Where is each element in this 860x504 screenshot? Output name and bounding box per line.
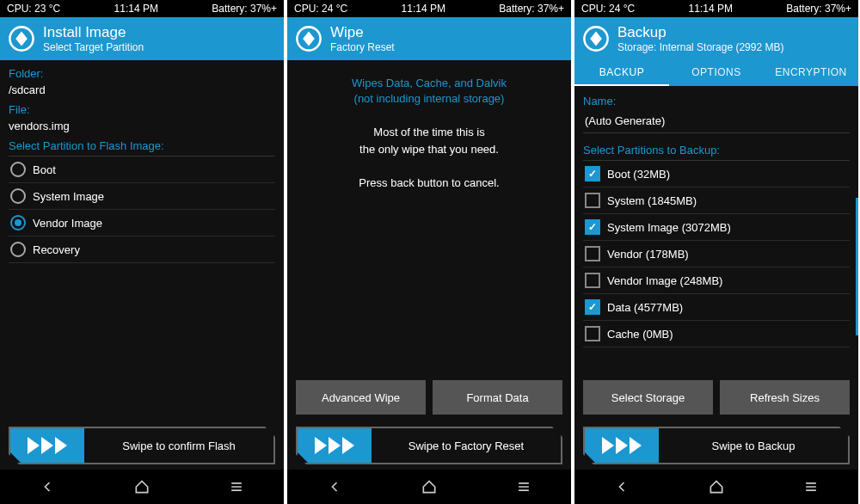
swipe-handle-icon[interactable] [298, 428, 372, 463]
header: Backup Storage: Internal Storage (2992 M… [574, 17, 858, 60]
partition-label: Data (4577MB) [607, 301, 683, 314]
swipe-factory-reset[interactable]: Swipe to Factory Reset [296, 427, 562, 464]
swipe-handle-icon[interactable] [585, 428, 659, 463]
page-subtitle: Storage: Internal Storage (2992 MB) [617, 41, 783, 53]
name-label: Name: [583, 95, 850, 108]
header-text: Backup Storage: Internal Storage (2992 M… [617, 24, 783, 53]
status-cpu: CPU: 24 °C [581, 3, 635, 15]
radio-icon[interactable] [10, 188, 26, 204]
partition-radio-row[interactable]: System Image [9, 183, 275, 210]
content: Folder: /sdcard File: vendors.img Select… [0, 60, 284, 420]
tab-backup[interactable]: BACKUP [574, 60, 669, 86]
button-row: Advanced Wipe Format Data [287, 380, 571, 420]
advanced-wipe-button[interactable]: Advanced Wipe [296, 380, 426, 415]
partition-radio-row[interactable]: Boot [9, 157, 275, 183]
partition-check-row[interactable]: Vendor Image (248MB) [583, 267, 850, 294]
header: Install Image Select Target Partition [0, 17, 284, 60]
menu-icon[interactable] [802, 478, 820, 495]
home-icon[interactable] [133, 478, 150, 495]
partition-label: System Image (3072MB) [607, 221, 731, 234]
checkbox-icon[interactable] [585, 166, 600, 181]
file-value: vendors.img [9, 120, 275, 132]
swipe-confirm-flash[interactable]: Swipe to confirm Flash [9, 427, 275, 464]
name-value[interactable]: (Auto Generate) [583, 111, 850, 133]
format-data-button[interactable]: Format Data [433, 380, 562, 415]
checkbox-icon[interactable] [585, 246, 600, 261]
select-storage-button[interactable]: Select Storage [583, 380, 713, 415]
status-time: 11:14 PM [689, 3, 733, 15]
tab-options[interactable]: OPTIONS [669, 60, 764, 86]
folder-value: /sdcard [9, 83, 275, 96]
swipe-container: Swipe to Backup [574, 420, 858, 470]
wipe-desc-line1: Wipes Data, Cache, and Dalvik [311, 76, 547, 91]
partition-label: System (1845MB) [607, 194, 697, 207]
checkbox-icon[interactable] [585, 219, 600, 235]
twrp-logo-icon [7, 24, 36, 53]
radio-icon[interactable] [10, 162, 26, 177]
refresh-sizes-button[interactable]: Refresh Sizes [720, 380, 850, 415]
screen-wipe: CPU: 24 °C 11:14 PM Battery: 37%+ Wipe F… [287, 0, 571, 504]
wipe-info: Most of the time this is the only wipe t… [311, 124, 547, 192]
partition-check-row[interactable]: Cache (0MB) [583, 321, 850, 347]
radio-icon[interactable] [10, 215, 26, 230]
scrollbar[interactable] [856, 198, 858, 335]
partition-check-row[interactable]: System (1845MB) [583, 187, 850, 214]
status-battery: Battery: 37%+ [499, 3, 564, 15]
wipe-info-line3: Press back button to cancel. [311, 175, 547, 192]
wipe-desc-line2: (not including internal storage) [311, 91, 547, 107]
tab-encryption[interactable]: ENCRYPTION [764, 60, 858, 86]
wipe-info-line1: Most of the time this is [311, 124, 547, 141]
screen-install: CPU: 23 °C 11:14 PM Battery: 37%+ Instal… [0, 0, 284, 504]
menu-icon[interactable] [515, 478, 532, 495]
status-battery: Battery: 37%+ [786, 3, 851, 15]
navbar [287, 470, 571, 504]
swipe-label: Swipe to Factory Reset [372, 428, 561, 463]
home-icon[interactable] [708, 478, 725, 495]
twrp-logo-icon [581, 24, 611, 53]
menu-icon[interactable] [228, 478, 245, 495]
checkbox-icon[interactable] [585, 326, 600, 341]
header-text: Wipe Factory Reset [330, 24, 395, 53]
content: Name: (Auto Generate) Select Partitions … [574, 86, 858, 380]
swipe-backup[interactable]: Swipe to Backup [583, 427, 850, 464]
twrp-logo-icon [294, 24, 323, 53]
back-icon[interactable] [613, 478, 630, 495]
partition-radio-row[interactable]: Vendor Image [9, 210, 275, 237]
partition-check-row[interactable]: Vendor (178MB) [583, 241, 850, 267]
partition-check-row[interactable]: Data (4577MB) [583, 294, 850, 321]
checkbox-icon[interactable] [585, 273, 600, 288]
partition-label: Vendor Image [33, 217, 102, 230]
file-label: File: [9, 103, 275, 116]
wipe-info-line2: the only wipe that you need. [311, 141, 547, 158]
status-cpu: CPU: 24 °C [294, 3, 347, 15]
partition-radio-row[interactable]: Recovery [9, 237, 275, 263]
checkbox-icon[interactable] [585, 193, 600, 208]
partition-label: Boot [33, 163, 56, 176]
tabs: BACKUPOPTIONSENCRYPTION [574, 60, 858, 86]
status-bar: CPU: 23 °C 11:14 PM Battery: 37%+ [0, 0, 284, 17]
partition-label: Cache (0MB) [607, 328, 673, 341]
screen-backup: CPU: 24 °C 11:14 PM Battery: 37%+ Backup… [574, 0, 858, 504]
radio-icon[interactable] [10, 242, 26, 257]
page-title: Wipe [330, 24, 395, 41]
swipe-label: Swipe to Backup [659, 428, 848, 463]
partition-check-row[interactable]: Boot (32MB) [583, 161, 850, 187]
partition-label: Boot (32MB) [607, 168, 670, 181]
page-subtitle: Select Target Partition [43, 41, 144, 53]
swipe-label: Swipe to confirm Flash [84, 428, 273, 463]
folder-label: Folder: [9, 67, 275, 80]
status-cpu: CPU: 23 °C [7, 3, 60, 15]
home-icon[interactable] [421, 478, 438, 495]
partition-label: System Image [33, 190, 104, 203]
page-title: Install Image [43, 24, 144, 41]
status-time: 11:14 PM [114, 3, 158, 15]
header: Wipe Factory Reset [287, 17, 571, 60]
status-battery: Battery: 37%+ [212, 3, 277, 15]
swipe-handle-icon[interactable] [10, 428, 84, 463]
back-icon[interactable] [326, 478, 343, 495]
button-row: Select Storage Refresh Sizes [574, 380, 858, 420]
checkbox-icon[interactable] [585, 299, 600, 315]
back-icon[interactable] [39, 478, 56, 495]
partition-check-row[interactable]: System Image (3072MB) [583, 214, 850, 241]
partition-section-head: Select Partition to Flash Image: [9, 139, 275, 157]
